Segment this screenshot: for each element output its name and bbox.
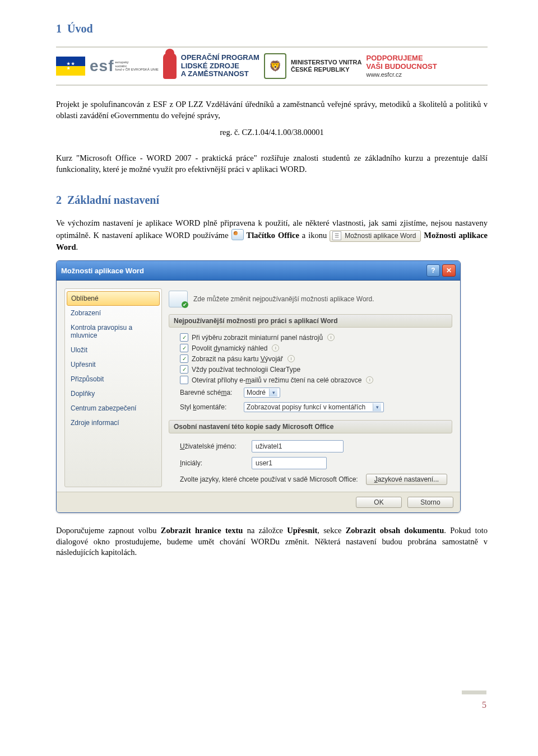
section-1-heading: 1 Úvod xyxy=(56,22,488,35)
esf-logo: esf evropský sociální fond v ČR EVROPSKÁ… xyxy=(90,57,159,75)
check-row-cleartype[interactable]: Vždy používat technologii ClearType xyxy=(169,364,452,375)
podporujeme-block: PODPORUJEME VAŠI BUDOUCNOST www.esfcr.cz xyxy=(366,54,437,78)
office-button-icon xyxy=(231,229,244,240)
initials-input[interactable]: user1 xyxy=(252,457,327,469)
eu-flag-icon: ★ ★★ xyxy=(56,57,85,76)
footer-decoration xyxy=(462,692,486,694)
dialog-nav: Oblíbené Zobrazení Kontrola pravopisu a … xyxy=(64,288,162,487)
nav-ulozit[interactable]: Uložit xyxy=(65,343,161,357)
info-icon[interactable]: i xyxy=(366,376,373,384)
username-input[interactable]: uživatel1 xyxy=(252,440,344,452)
nav-pravopis[interactable]: Kontrola pravopisu a mluvnice xyxy=(65,320,161,343)
cancel-button[interactable]: Storno xyxy=(407,497,453,508)
group-personal-settings: Osobní nastavení této kopie sady Microso… xyxy=(169,420,452,433)
row-username: Uživatelské jméno: uživatel1 xyxy=(169,438,452,455)
nav-prizpusobit[interactable]: Přizpůsobit xyxy=(65,372,161,386)
oplz-text: OPERAČNÍ PROGRAM LIDSKÉ ZDROJE A ZAMĚSTN… xyxy=(181,54,259,79)
nav-zdroje[interactable]: Zdroje informací xyxy=(65,416,161,430)
intro-paragraph-2: Kurz "Microsoft Office - WORD 2007 - pra… xyxy=(56,153,488,175)
row-language: Zvolte jazyky, které chcete používat v s… xyxy=(169,472,452,487)
options-header-icon xyxy=(169,291,188,307)
word-options-inline-button: ☰ Možnosti aplikace Word xyxy=(330,230,421,241)
closing-paragraph: Doporučujeme zapnout volbu Zobrazit hran… xyxy=(56,525,488,558)
help-button[interactable]: ? xyxy=(426,264,440,277)
ok-button[interactable]: OK xyxy=(356,497,402,508)
checkbox-icon[interactable] xyxy=(180,354,188,363)
nav-doplnky[interactable]: Doplňky xyxy=(65,386,161,401)
nav-oblibene[interactable]: Oblíbené xyxy=(67,291,160,306)
dialog-footer: OK Storno xyxy=(57,492,460,512)
close-button[interactable]: ✕ xyxy=(442,264,456,277)
language-settings-button[interactable]: Jazykové nastavení... xyxy=(366,474,447,485)
mv-icon: 🦁 xyxy=(264,53,286,79)
comment-style-select[interactable]: Zobrazovat popisy funkcí v komentářích▾ xyxy=(244,402,384,412)
check-row-minitoolbar[interactable]: Při výběru zobrazit miniaturní panel nás… xyxy=(169,332,452,343)
mv-text: MINISTERSTVO VNITRA ČESKÉ REPUBLIKY xyxy=(291,59,362,73)
row-initials: Iniciály: user1 xyxy=(169,455,452,472)
nav-upresnit[interactable]: Upřesnit xyxy=(65,357,161,372)
row-color-scheme: Barevné schéma: Modré▾ xyxy=(169,385,452,400)
page-number: 5 xyxy=(482,700,486,710)
checkbox-icon[interactable] xyxy=(180,333,188,342)
nav-zabezpeceni[interactable]: Centrum zabezpečení xyxy=(65,401,161,416)
checkbox-icon[interactable] xyxy=(180,344,188,352)
row-comment-style: Styl komentáře: Zobrazovat popisy funkcí… xyxy=(169,400,452,414)
info-icon[interactable]: i xyxy=(272,344,279,352)
logo-strip: ★ ★★ esf evropský sociální fond v ČR EVR… xyxy=(56,46,488,86)
options-icon: ☰ xyxy=(332,231,341,240)
dialog-title: Možnosti aplikace Word xyxy=(61,267,144,275)
dialog-header-row: Zde můžete změnit nejpoužívanější možnos… xyxy=(169,288,452,314)
oplz-icon xyxy=(163,53,177,79)
section-2-heading: 2 Základní nastavení xyxy=(56,194,488,207)
check-row-dynamic-preview[interactable]: Povolit dynamický náhled i xyxy=(169,343,452,353)
chevron-down-icon: ▾ xyxy=(269,389,277,396)
dialog-titlebar: Možnosti aplikace Word ? ✕ xyxy=(57,261,460,281)
checkbox-icon[interactable] xyxy=(180,376,188,384)
color-scheme-select[interactable]: Modré▾ xyxy=(244,388,280,398)
intro-paragraph-1: Projekt je spolufinancován z ESF z OP LZ… xyxy=(56,99,488,121)
nav-zobrazeni[interactable]: Zobrazení xyxy=(65,306,161,320)
info-icon[interactable]: i xyxy=(287,355,295,362)
section-2-paragraph: Ve výchozím nastavení je aplikace WORD p… xyxy=(56,218,488,253)
check-row-reading-mode[interactable]: Otevírat přílohy e-mailů v režimu čtení … xyxy=(169,375,452,385)
check-row-developer-tab[interactable]: Zobrazit na pásu kartu Vývojář i xyxy=(169,353,452,364)
chevron-down-icon: ▾ xyxy=(373,403,381,411)
info-icon[interactable]: i xyxy=(327,334,335,341)
reg-number: reg. č. CZ.1.04/4.1.00/38.00001 xyxy=(56,128,488,137)
group-popular-options: Nejpoužívanější možnosti pro práci s apl… xyxy=(169,314,452,328)
checkbox-icon[interactable] xyxy=(180,365,188,374)
word-options-dialog: Možnosti aplikace Word ? ✕ Oblíbené Zobr… xyxy=(56,260,461,513)
